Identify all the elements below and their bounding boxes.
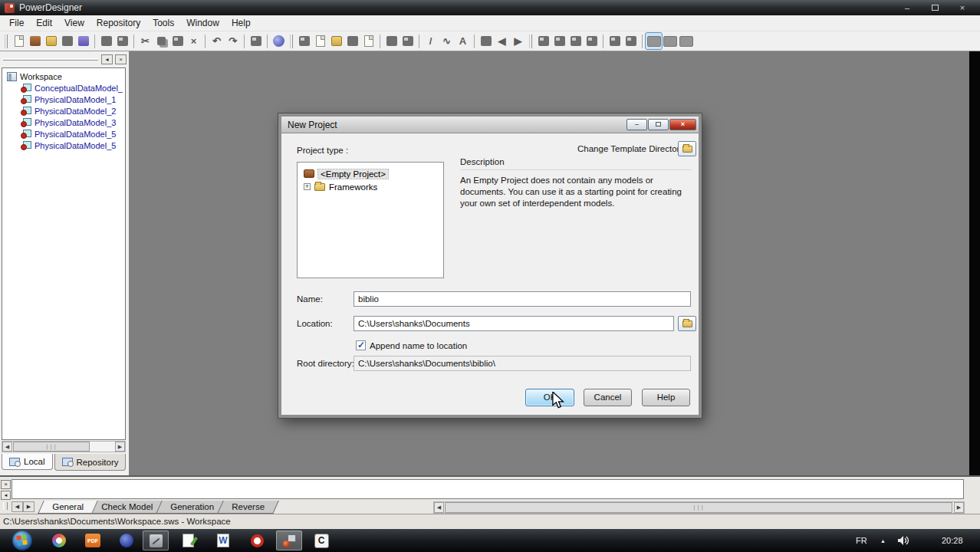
view-tool-icon[interactable] — [567, 33, 584, 49]
scroll-right-button[interactable]: ▶ — [954, 502, 964, 513]
cut-icon[interactable]: ✂ — [137, 33, 153, 49]
paste-icon[interactable] — [169, 33, 186, 49]
clock[interactable]: 20:28 — [942, 529, 963, 552]
scroll-thumb[interactable]: ||| — [445, 502, 952, 513]
tree-item-empty-project[interactable]: <Empty Project> — [298, 167, 443, 180]
menu-view[interactable]: View — [58, 16, 90, 30]
tree-item-model[interactable]: ConceptualDataModel_ — [2, 82, 125, 94]
ok-button[interactable]: OK — [525, 389, 574, 406]
open-workspace-icon[interactable] — [27, 33, 43, 49]
reference-tool-icon[interactable] — [584, 33, 600, 49]
menu-repository[interactable]: Repository — [90, 16, 146, 30]
expand-plus-icon[interactable]: + — [304, 183, 311, 190]
package-icon[interactable] — [383, 33, 400, 49]
note-icon[interactable] — [478, 33, 494, 49]
close-window-button[interactable]: × — [954, 1, 971, 15]
taskbar-powerdesigner-app[interactable] — [276, 531, 302, 550]
new-document-icon[interactable] — [11, 33, 27, 49]
tree-item-frameworks[interactable]: + Frameworks — [298, 180, 443, 193]
scroll-right-button[interactable]: ▶ — [115, 442, 125, 452]
toolbar-grip[interactable] — [529, 34, 532, 48]
print-preview-icon[interactable] — [114, 33, 130, 49]
append-name-checkbox[interactable] — [356, 340, 366, 350]
find-icon[interactable] — [328, 33, 344, 49]
taskbar-editor-app[interactable] — [175, 531, 201, 550]
menu-help[interactable]: Help — [225, 16, 257, 30]
menu-window[interactable]: Window — [180, 16, 225, 30]
properties-icon[interactable] — [248, 33, 264, 49]
line-tool-icon[interactable]: / — [423, 33, 439, 49]
scroll-left-button[interactable]: ◀ — [2, 442, 12, 452]
taskbar-word-app[interactable]: W — [210, 531, 236, 550]
output-toggle-icon[interactable] — [662, 33, 678, 49]
globe-icon[interactable] — [271, 33, 287, 49]
list-icon[interactable] — [344, 33, 360, 49]
open-model-icon[interactable] — [296, 33, 312, 49]
text-tool-icon[interactable]: A — [455, 33, 471, 49]
copy-icon[interactable] — [153, 33, 169, 49]
browser-toggle-icon[interactable] — [646, 33, 662, 49]
cancel-button[interactable]: Cancel — [584, 389, 632, 406]
location-browse-button[interactable] — [678, 316, 696, 331]
tab-check-model[interactable]: Check Model — [87, 501, 167, 514]
dialog-maximize-button[interactable] — [648, 119, 669, 130]
report-icon[interactable] — [312, 33, 328, 49]
taskbar-tool-app[interactable] — [143, 531, 169, 550]
name-input[interactable] — [354, 291, 691, 307]
taskbar-messenger-app[interactable] — [113, 531, 140, 550]
delete-icon[interactable]: × — [186, 33, 202, 49]
taskbar-red-app[interactable] — [244, 531, 270, 550]
taskbar-pdf-app[interactable]: PDF — [80, 531, 106, 550]
link-back-icon[interactable]: ◀ — [494, 33, 510, 49]
volume-icon[interactable] — [897, 529, 909, 552]
menu-edit[interactable]: Edit — [30, 16, 58, 30]
link-forward-icon[interactable]: ▶ — [510, 33, 526, 49]
taskbar-browser-app[interactable] — [46, 531, 72, 550]
tree-horizontal-scrollbar[interactable]: ◀ ||| ▶ — [2, 441, 126, 452]
table-tool-icon[interactable] — [551, 33, 567, 49]
tree-item-model[interactable]: PhysicalDataModel_2 — [2, 105, 125, 117]
tray-language[interactable]: FR — [856, 529, 867, 552]
tab-local[interactable]: Local — [2, 454, 53, 470]
menu-tools[interactable]: Tools — [146, 16, 180, 30]
dialog-close-button[interactable]: × — [669, 119, 696, 130]
redo-icon[interactable]: ↷ — [225, 33, 241, 49]
start-button[interactable] — [12, 531, 32, 550]
location-input[interactable] — [354, 316, 674, 331]
maximize-window-button[interactable] — [926, 1, 943, 15]
result-list-toggle-icon[interactable] — [678, 33, 694, 49]
arc-tool-icon[interactable]: ∿ — [439, 33, 455, 49]
scroll-thumb[interactable]: ||| — [13, 442, 90, 452]
diagram-properties-icon[interactable] — [400, 33, 416, 49]
output-horizontal-scrollbar[interactable]: ◀ ||| ▶ — [433, 501, 965, 514]
preview-icon[interactable] — [360, 33, 377, 49]
tab-repository[interactable]: Repository — [54, 454, 127, 471]
print-icon[interactable] — [98, 33, 114, 49]
dialog-titlebar[interactable]: New Project – × — [281, 117, 699, 133]
undo-icon[interactable]: ↶ — [209, 33, 225, 49]
taskbar-c-app[interactable]: C — [308, 531, 334, 550]
tree-item-model[interactable]: PhysicalDataModel_5 — [2, 140, 125, 151]
output-close-button[interactable]: × — [1, 480, 11, 489]
minimize-window-button[interactable]: – — [899, 1, 916, 15]
panel-drag-handle[interactable] — [3, 58, 98, 61]
tree-item-workspace[interactable]: Workspace — [2, 71, 125, 82]
help-button[interactable]: Help — [642, 389, 690, 406]
procedure-tool-icon[interactable] — [607, 33, 623, 49]
panel-pin-button[interactable]: ◂ — [101, 54, 113, 64]
tabs-scroll-left-button[interactable]: ◀ — [12, 501, 23, 512]
tab-general[interactable]: General — [38, 501, 97, 514]
toolbar-grip[interactable] — [290, 34, 293, 48]
scroll-left-button[interactable]: ◀ — [434, 502, 444, 513]
tree-item-model[interactable]: PhysicalDataModel_1 — [2, 94, 125, 105]
change-template-browse-button[interactable] — [678, 141, 696, 156]
tray-expand-icon[interactable]: ▲ — [880, 529, 886, 552]
panel-close-button[interactable]: × — [115, 54, 127, 64]
package-tool-icon[interactable] — [535, 33, 551, 49]
menu-file[interactable]: File — [3, 16, 30, 30]
open-folder-icon[interactable] — [43, 33, 59, 49]
output-drag-handle[interactable] — [3, 502, 8, 510]
save-all-icon[interactable] — [75, 33, 91, 49]
tab-reverse[interactable]: Reverse — [217, 501, 278, 514]
tree-item-model[interactable]: PhysicalDataModel_5 — [2, 128, 125, 140]
